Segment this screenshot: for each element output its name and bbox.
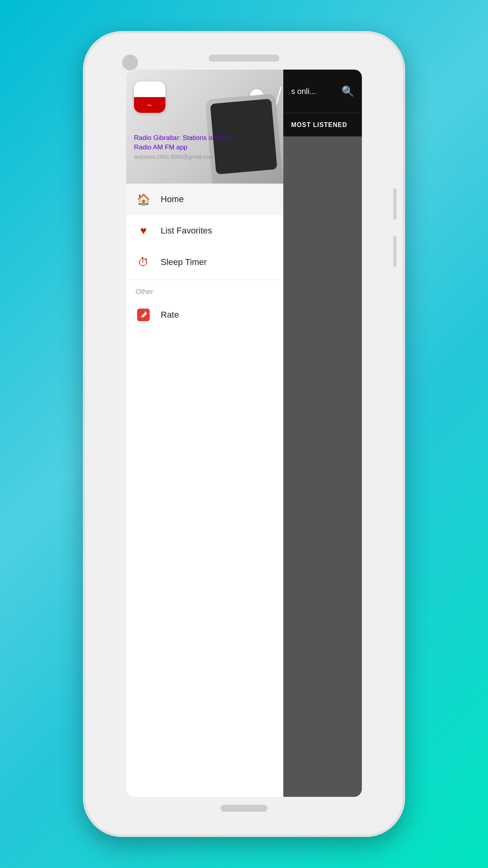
drawer-banner: 🗝 Radio Gibraltar: Stations online + Rad… [126, 70, 283, 184]
power-button[interactable] [393, 188, 396, 220]
main-header: s onli... 🔍 [283, 70, 362, 113]
menu-item-list-favorites[interactable]: ♥ List Favorites [126, 215, 283, 246]
drawer-menu: 🏠 Home ♥ List Favorites ⏱ Sleep Timer Ot… [126, 184, 283, 797]
search-icon[interactable]: 🔍 [341, 85, 354, 97]
home-icon: 🏠 [136, 191, 151, 207]
menu-divider [126, 280, 283, 280]
app-details: Radio Gibraltar: Stations online + Radio… [134, 130, 236, 160]
volume-button[interactable] [393, 235, 396, 267]
phone-speaker [209, 55, 279, 62]
header-title: s onli... [291, 87, 338, 96]
banner-image [181, 70, 283, 184]
timer-icon: ⏱ [136, 254, 151, 270]
section-other-label: Other [126, 281, 283, 299]
phone-screen: 🗝 Radio Gibraltar: Stations online + Rad… [126, 70, 362, 797]
main-content-dimmed[interactable]: s onli... 🔍 MOST LISTENED [283, 70, 362, 797]
home-label: Home [161, 194, 184, 204]
menu-item-rate[interactable]: Rate [126, 299, 283, 331]
menu-item-home[interactable]: 🏠 Home [126, 184, 283, 215]
menu-item-sleep-timer[interactable]: ⏱ Sleep Timer [126, 246, 283, 278]
front-camera [122, 55, 138, 70]
app-title: Radio Gibraltar: Stations online + Radio… [134, 133, 236, 152]
app-info-container: 🗝 [134, 81, 165, 113]
home-button[interactable] [220, 805, 268, 812]
sleep-timer-label: Sleep Timer [161, 257, 207, 267]
most-listened-label: MOST LISTENED [291, 121, 347, 129]
most-listened-bar: MOST LISTENED [283, 113, 362, 136]
heart-icon: ♥ [136, 223, 151, 239]
list-favorites-label: List Favorites [161, 226, 212, 236]
rate-label: Rate [161, 310, 179, 320]
icon-top-half [134, 81, 165, 97]
app-icon: 🗝 [134, 81, 165, 113]
icon-bottom-half: 🗝 [134, 97, 165, 113]
app-email: antonioo.1993.9090@gmail.com [134, 154, 236, 160]
rate-icon [136, 307, 151, 323]
phone-frame: 🗝 Radio Gibraltar: Stations online + Rad… [83, 31, 405, 837]
navigation-drawer: 🗝 Radio Gibraltar: Stations online + Rad… [126, 70, 283, 797]
key-symbol: 🗝 [148, 103, 152, 107]
